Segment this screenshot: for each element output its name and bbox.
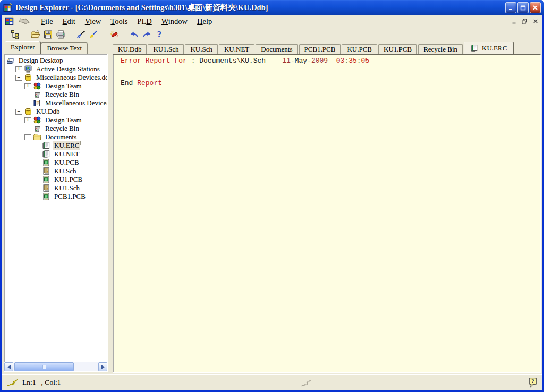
- explorer-toggle-icon[interactable]: [8, 29, 21, 40]
- menu-item-window[interactable]: Window: [157, 16, 192, 27]
- panel-tab-browse-text[interactable]: Browse Text: [41, 42, 88, 54]
- toolbar-grip: [4, 29, 6, 40]
- menu-item-file[interactable]: File: [36, 16, 58, 27]
- menu-item-tools[interactable]: Tools: [106, 16, 132, 27]
- expander-plus-icon[interactable]: +: [24, 117, 31, 123]
- tree-item-label[interactable]: Design Team: [44, 82, 83, 90]
- menu-label-accel: V: [85, 17, 90, 25]
- brush-icon[interactable]: [74, 29, 87, 40]
- tree-item-ku-sch[interactable]: KU.Sch: [4, 167, 107, 175]
- undo-icon[interactable]: [128, 29, 140, 40]
- report-text-segment: [328, 57, 336, 65]
- tree-item-recycle-bin[interactable]: Recycle Bin: [4, 90, 107, 99]
- expander-minus-icon[interactable]: −: [15, 109, 22, 115]
- mdi-close-button[interactable]: [531, 18, 540, 25]
- report-text-segment: Report: [137, 79, 162, 87]
- report-text-segment: Documents\KU.Sch: [199, 57, 266, 65]
- tree-item-label[interactable]: Miscellaneous Devices.ddb: [35, 73, 107, 82]
- close-button[interactable]: [530, 2, 541, 13]
- tree-item-miscellaneous-devices-lib[interactable]: Miscellaneous Devices.lib: [4, 99, 107, 107]
- mdi-minimize-button[interactable]: [509, 18, 518, 25]
- tree-item-label[interactable]: Active Design Stations: [35, 65, 101, 73]
- expander-spacer: [33, 143, 40, 149]
- panel-tab-explorer[interactable]: Explorer: [5, 41, 40, 54]
- document-tab-ku-sch[interactable]: KU.Sch: [185, 44, 218, 54]
- expander-plus-icon[interactable]: +: [15, 66, 22, 72]
- tree-item-label[interactable]: KU.Ddb: [35, 107, 61, 116]
- expander-minus-icon[interactable]: −: [24, 134, 31, 140]
- help-bubble-icon[interactable]: ?: [528, 377, 538, 388]
- open-folder-icon[interactable]: [29, 29, 41, 40]
- tree-item-active-design-stations[interactable]: +Active Design Stations: [4, 65, 107, 73]
- tree-item-ku1-sch[interactable]: KU1.Sch: [4, 184, 107, 192]
- scrollbar-track[interactable]: [74, 362, 98, 371]
- expander-minus-icon[interactable]: −: [15, 75, 22, 81]
- tree-item-ku-ddb[interactable]: −KU.Ddb: [4, 107, 107, 116]
- menu-item-view[interactable]: View: [80, 16, 106, 27]
- tree-item-design-team[interactable]: +Design Team: [4, 82, 107, 90]
- document-tab-label: KU.Sch: [190, 45, 212, 53]
- document-tab-ku-erc[interactable]: KU.ERC: [464, 42, 513, 54]
- scrollbar-thumb[interactable]: [14, 362, 74, 371]
- tree-item-label[interactable]: PCB1.PCB: [53, 192, 87, 201]
- document-tab-documents[interactable]: Documents: [256, 44, 298, 54]
- broom-icon[interactable]: [87, 29, 100, 40]
- library-icon: [33, 99, 42, 107]
- mdi-restore-button[interactable]: [520, 18, 529, 25]
- tree-item-ku-erc[interactable]: KU.ERC: [4, 141, 107, 150]
- firecracker-icon[interactable]: [107, 29, 120, 40]
- help-icon[interactable]: ?: [153, 29, 166, 40]
- print-icon[interactable]: [54, 29, 67, 40]
- menu-items: FileEditViewToolsPLDWindowHelp: [36, 16, 217, 27]
- tree-item-label[interactable]: KU.NET: [53, 150, 80, 158]
- scroll-left-button[interactable]: [4, 362, 13, 371]
- scroll-right-button[interactable]: [98, 362, 107, 371]
- tree-item-recycle-bin[interactable]: Recycle Bin: [4, 124, 107, 133]
- menu-bar: FileEditViewToolsPLDWindowHelp: [2, 15, 542, 28]
- tree-item-label[interactable]: KU1.PCB: [53, 175, 83, 184]
- tree-item-label[interactable]: KU.Sch: [53, 167, 78, 175]
- tree-item-label[interactable]: Recycle Bin: [44, 90, 80, 99]
- document-tab-ku1-sch[interactable]: KU1.Sch: [148, 44, 184, 54]
- tree-item-design-team[interactable]: +Design Team: [4, 116, 107, 124]
- maximize-button[interactable]: [517, 2, 529, 13]
- tree-item-label[interactable]: KU1.Sch: [53, 184, 81, 192]
- system-menu-icon[interactable]: [4, 16, 15, 26]
- team-icon: [33, 82, 42, 90]
- tree-item-ku-pcb[interactable]: KU.PCB: [4, 158, 107, 167]
- document-tab-ku-pcb[interactable]: KU.PCB: [342, 44, 377, 54]
- tree-item-label[interactable]: Documents: [44, 133, 78, 141]
- drop-arrow-icon[interactable]: [18, 17, 31, 25]
- menu-label-accel: T: [110, 17, 115, 25]
- menu-item-edit[interactable]: Edit: [58, 16, 80, 27]
- horizontal-scrollbar[interactable]: [4, 362, 107, 371]
- document-tab-ku-net[interactable]: KU.NET: [219, 44, 254, 54]
- expander-plus-icon[interactable]: +: [24, 83, 31, 89]
- menu-item-pld[interactable]: PLD: [132, 16, 156, 27]
- tree-item-documents[interactable]: −Documents: [4, 133, 107, 141]
- menu-label-post: iew: [90, 17, 101, 25]
- tree-item-pcb1-pcb[interactable]: PCB1.PCB: [4, 192, 107, 201]
- document-tab-ku1-pcb[interactable]: KU1.PCB: [378, 44, 417, 54]
- tree-item-label[interactable]: Recycle Bin: [44, 124, 80, 133]
- document-tab-label: PCB1.PCB: [304, 45, 336, 53]
- tree-item-label[interactable]: KU.PCB: [53, 158, 80, 167]
- text-editor[interactable]: Error Report For : Documents\KU.Sch 11-M…: [113, 54, 541, 373]
- report-text-segment: 2009: [311, 57, 328, 65]
- menu-item-help[interactable]: Help: [192, 16, 217, 27]
- tree-item-design-desktop[interactable]: Design Desktop: [4, 56, 107, 65]
- document-tab-ku-ddb[interactable]: KU.Ddb: [113, 44, 147, 54]
- tree-item-label[interactable]: Miscellaneous Devices.lib: [44, 99, 107, 107]
- tree-item-label[interactable]: Design Team: [44, 116, 83, 124]
- save-icon[interactable]: [41, 29, 54, 40]
- tree-item-ku1-pcb[interactable]: KU1.PCB: [4, 175, 107, 184]
- tree-item-miscellaneous-devices-ddb[interactable]: −Miscellaneous Devices.ddb: [4, 73, 107, 82]
- minimize-button[interactable]: [505, 2, 516, 13]
- sch-doc-icon: [42, 167, 51, 175]
- document-tab-pcb1-pcb[interactable]: PCB1.PCB: [299, 44, 341, 54]
- tree-item-label[interactable]: KU.ERC: [53, 141, 80, 150]
- tree-item-ku-net[interactable]: KU.NET: [4, 150, 107, 158]
- tree-item-label[interactable]: Design Desktop: [18, 56, 64, 65]
- redo-icon[interactable]: [140, 29, 153, 40]
- document-tab-recycle-bin[interactable]: Recycle Bin: [418, 44, 463, 54]
